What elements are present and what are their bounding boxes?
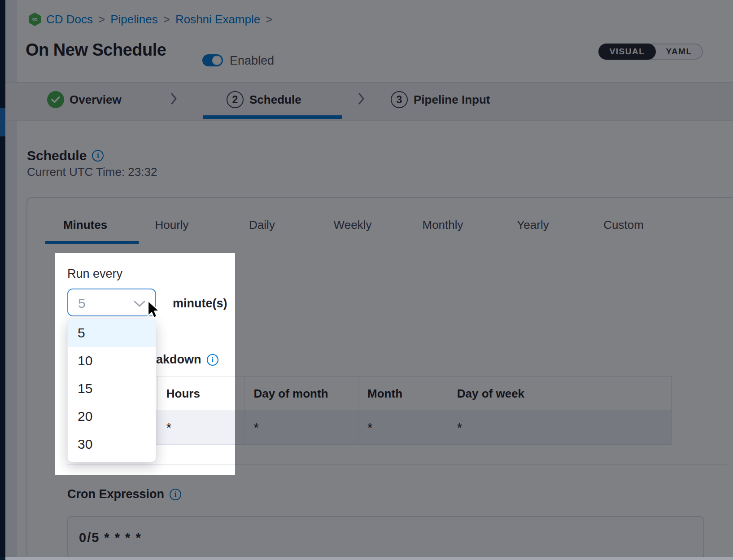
cron-info-icon[interactable]: i (170, 489, 181, 500)
tab-minutes[interactable]: Minutes (63, 218, 107, 232)
dropdown-option-30[interactable]: 30 (68, 430, 156, 458)
dropdown-option-5[interactable]: 5 (68, 319, 156, 347)
breadcrumb-separator-icon: > (98, 13, 105, 26)
col-hours: Hours (157, 376, 245, 411)
step-overview[interactable]: Overview (47, 91, 122, 108)
chevron-right-icon (358, 92, 365, 106)
minutes-unit-label: minute(s) (173, 297, 227, 311)
trigger-wizard-page: ∞ CD Docs > Pipelines > Roshni Example >… (0, 0, 733, 560)
cell-hours: * (157, 411, 245, 444)
yaml-mode-button[interactable]: YAML (656, 44, 702, 59)
table-header-row: Minutes Hours Day of month Month Day of … (67, 376, 672, 411)
enabled-label: Enabled (230, 54, 274, 68)
tab-hourly[interactable]: Hourly (155, 218, 188, 232)
tab-yearly[interactable]: Yearly (517, 218, 549, 232)
table-row: 0/5 * * * * (67, 411, 672, 445)
enabled-toggle[interactable] (202, 54, 223, 66)
run-every-label: Run every (67, 267, 122, 281)
tab-daily[interactable]: Daily (249, 218, 275, 232)
step-pipeline-input[interactable]: 3 Pipeline Input (391, 91, 490, 108)
tab-monthly[interactable]: Monthly (422, 218, 463, 232)
cd-module-icon: ∞ (29, 13, 41, 26)
breadcrumb-pipeline-name[interactable]: Roshni Example (175, 13, 260, 26)
breakdown-info-icon[interactable]: i (207, 354, 218, 366)
step-overview-label: Overview (70, 93, 122, 107)
cell-month: * (358, 411, 448, 444)
toggle-knob (212, 56, 222, 65)
schedule-info-icon[interactable]: i (92, 150, 104, 162)
cron-expression-input[interactable]: 0/5 * * * * (67, 516, 704, 559)
visual-yaml-switch: VISUAL YAML (598, 44, 703, 60)
chevron-down-icon (134, 301, 145, 307)
cron-expression-value: 0/5 * * * * (79, 530, 142, 545)
col-month: Month (358, 376, 448, 411)
left-nav-active-indicator (0, 108, 5, 136)
dropdown-option-15[interactable]: 15 (68, 375, 156, 402)
page-title: On New Schedule (26, 40, 166, 60)
breadcrumb: ∞ CD Docs > Pipelines > Roshni Example > (29, 12, 272, 27)
step-2-badge: 2 (227, 91, 244, 108)
col-day-of-month: Day of month (244, 376, 358, 411)
col-day-of-week: Day of week (448, 376, 671, 411)
tab-weekly[interactable]: Weekly (334, 218, 372, 232)
step-complete-check-icon (47, 91, 64, 108)
cron-breakdown-table: Minutes Hours Day of month Month Day of … (67, 376, 672, 445)
step-3-badge: 3 (391, 91, 408, 108)
cell-day-of-month: * (244, 411, 358, 444)
minutes-select[interactable]: 5 (67, 289, 156, 316)
dropdown-option-20[interactable]: 20 (68, 402, 156, 430)
schedule-section-header: Schedule i (27, 148, 104, 163)
step-pipeline-input-label: Pipeline Input (414, 93, 490, 107)
step-schedule-label: Schedule (249, 93, 301, 107)
minutes-dropdown-menu: 5 10 15 20 30 (67, 319, 156, 462)
section-divider (67, 464, 727, 465)
minutes-select-value: 5 (78, 296, 86, 311)
breadcrumb-separator-icon: > (163, 13, 170, 26)
mouse-cursor-icon (146, 300, 161, 320)
breadcrumb-project[interactable]: CD Docs (46, 13, 93, 26)
breadcrumb-pipelines[interactable]: Pipelines (110, 13, 158, 26)
cron-expression-label: Cron Expression (67, 487, 164, 501)
left-nav-rail (0, 0, 5, 560)
horizontal-scrollbar[interactable] (5, 557, 733, 560)
active-step-underline (203, 115, 342, 119)
dropdown-option-10[interactable]: 10 (68, 347, 156, 375)
step-schedule[interactable]: 2 Schedule (227, 91, 301, 108)
active-tab-underline (45, 241, 139, 244)
cron-expression-header: Cron Expression i (67, 487, 181, 501)
current-utc-time: Current UTC Time: 23:32 (27, 165, 157, 179)
breadcrumb-separator-icon: > (266, 13, 272, 26)
visual-mode-button[interactable]: VISUAL (598, 44, 656, 60)
chevron-right-icon (170, 92, 178, 106)
tab-custom[interactable]: Custom (603, 218, 644, 232)
schedule-heading: Schedule (27, 148, 87, 163)
cell-day-of-week: * (448, 411, 671, 444)
